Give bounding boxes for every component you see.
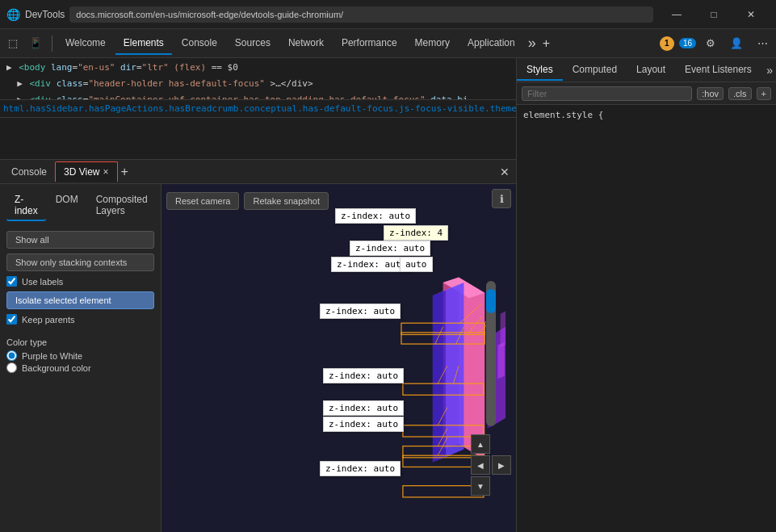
tab-event-listeners[interactable]: Event Listeners (675, 60, 761, 81)
svg-marker-4 (446, 283, 464, 457)
devtools-body: ▶ <body lang="en-us" dir="ltr" (flex) ==… (0, 58, 776, 532)
add-tab-button[interactable]: + (543, 36, 550, 51)
tab-3d-view-label: 3D View (64, 166, 99, 178)
show-all-button[interactable]: Show all (6, 231, 154, 249)
tab-memory[interactable]: Memory (407, 32, 458, 55)
color-purple-white-row: Purple to White (6, 350, 154, 361)
zoom-thumb[interactable] (486, 289, 496, 313)
url-bar[interactable]: docs.microsoft.com/en-us/microsoft-edge/… (69, 6, 653, 23)
show-only-stacking-button[interactable]: Show only stacking contexts (6, 253, 154, 271)
settings-icon[interactable]: ⚙ (701, 34, 720, 52)
3d-navigation: ▲ ◀ ▶ ▼ (471, 281, 511, 496)
cls-button[interactable]: .cls (728, 87, 752, 100)
use-labels-row: Use labels (6, 276, 154, 287)
tab-3d-view[interactable]: 3D View × (55, 161, 117, 182)
tab-layout[interactable]: Layout (627, 60, 675, 81)
z-label-9: z-index: auto (323, 417, 404, 432)
filter-input[interactable] (522, 86, 692, 101)
more-tabs-icon[interactable]: » (525, 35, 539, 52)
add-style-button[interactable]: + (757, 87, 771, 100)
right-panel-tabs: Styles Computed Layout Event Listeners » (517, 58, 776, 82)
inspect-element-icon[interactable]: ⬚ (3, 34, 23, 52)
info-badge: 16 (679, 38, 696, 48)
use-labels-label: Use labels (22, 277, 63, 287)
nav-right-button[interactable]: ▶ (492, 455, 511, 475)
styles-content: element.style { (517, 105, 776, 125)
tab-3d-view-close[interactable]: × (103, 166, 109, 178)
keep-parents-row: Keep parents (6, 314, 154, 325)
sub-tab-composited[interactable]: Composited Layers (88, 191, 156, 221)
tab-elements[interactable]: Elements (115, 32, 172, 55)
color-background-label: Background color (22, 363, 91, 373)
z-label-2: z-index: 4 (384, 225, 448, 241)
z-label-3: z-index: auto (350, 241, 430, 256)
tab-network[interactable]: Network (280, 32, 332, 55)
warning-badge: 1 (660, 36, 674, 51)
use-labels-checkbox[interactable] (6, 276, 17, 287)
isolate-selected-button[interactable]: Isolate selected element (6, 291, 154, 309)
nav-up-button[interactable]: ▲ (471, 434, 490, 454)
tab-performance[interactable]: Performance (333, 32, 405, 55)
3d-visualization (161, 184, 516, 532)
dom-line-1[interactable]: ▶ <body lang="en-us" dir="ltr" (flex) ==… (3, 60, 513, 76)
sub-tab-dom[interactable]: DOM (48, 191, 86, 221)
sub-tab-zindex[interactable]: Z-index (6, 191, 46, 221)
z-label-5: auto (400, 257, 433, 272)
z-label-1: z-index: auto (335, 208, 416, 224)
devtools-toolbar: ⬚ 📱 Welcome Elements Console Sources Net… (0, 29, 776, 58)
breadcrumb-html[interactable]: html.hasSidebar.hasPageActions.hasBreadc… (3, 103, 516, 114)
color-background-radio[interactable] (6, 362, 17, 373)
color-purple-white-label: Purple to White (22, 351, 82, 361)
right-panel: Styles Computed Layout Event Listeners »… (517, 58, 776, 532)
filter-bar: :hov .cls + (517, 82, 776, 105)
z-label-7: z-index: auto (323, 368, 404, 383)
nav-down-button[interactable]: ▼ (471, 476, 490, 496)
right-panel-more-icon[interactable]: » (763, 64, 776, 77)
breadcrumb-bar: html.hasSidebar.hasPageActions.hasBreadc… (0, 100, 516, 118)
tab-welcome[interactable]: Welcome (57, 32, 114, 55)
tab-console-bottom[interactable]: Console (3, 162, 55, 182)
tab-sources[interactable]: Sources (227, 32, 279, 55)
maximize-button[interactable]: □ (695, 0, 732, 29)
window-controls: — □ ✕ (658, 0, 770, 29)
z-label-8: z-index: auto (323, 400, 404, 416)
device-emulation-icon[interactable]: 📱 (24, 34, 47, 52)
tab-console[interactable]: Console (174, 32, 225, 55)
keep-parents-label: Keep parents (22, 315, 74, 325)
dom-line-2[interactable]: ▶ <div class="header-holder has-default-… (3, 76, 513, 92)
tab-application[interactable]: Application (459, 32, 523, 55)
close-devtools-button[interactable]: ✕ (497, 162, 513, 182)
more-options-icon[interactable]: ⋯ (753, 34, 773, 52)
tab-styles[interactable]: Styles (517, 60, 563, 81)
tab-computed[interactable]: Computed (563, 60, 627, 81)
browser-chrome: 🌐 DevTools docs.microsoft.com/en-us/micr… (0, 0, 776, 29)
close-button[interactable]: ✕ (732, 0, 770, 29)
view-3d-canvas-area: Reset camera Retake snapshot ℹ (161, 184, 516, 532)
element-style-text: element.style { (523, 110, 603, 120)
minimize-button[interactable]: — (658, 0, 695, 29)
toolbar-separator (52, 36, 52, 52)
hov-button[interactable]: :hov (697, 87, 724, 100)
nav-left-button[interactable]: ◀ (471, 455, 490, 475)
sub-tabs: Z-index DOM Composited Layers (6, 191, 154, 221)
color-type-label: Color type (6, 337, 154, 347)
z-label-6: z-index: auto (320, 304, 401, 319)
zoom-track[interactable] (486, 281, 496, 426)
dom-area: ▶ <body lang="en-us" dir="ltr" (flex) ==… (0, 58, 516, 160)
z-label-10: z-index: auto (320, 461, 401, 476)
profile-icon[interactable]: 👤 (725, 34, 748, 52)
view-3d-content: Z-index DOM Composited Layers Show all S… (0, 184, 516, 532)
devtools-title: DevTools (25, 9, 65, 20)
dom-line-3[interactable]: ▶ <div class="mainContainer uhf-containe… (3, 92, 513, 100)
add-tab-icon[interactable]: + (118, 165, 132, 179)
dom-tree: ▶ <body lang="en-us" dir="ltr" (flex) ==… (0, 58, 516, 100)
color-background-row: Background color (6, 362, 154, 373)
left-panel: ▶ <body lang="en-us" dir="ltr" (flex) ==… (0, 58, 517, 532)
view-3d-sidebar: Z-index DOM Composited Layers Show all S… (0, 184, 161, 532)
color-purple-white-radio[interactable] (6, 350, 17, 361)
bottom-tabs-bar: Console 3D View × + ✕ (0, 160, 516, 184)
browser-favicon: 🌐 (6, 8, 20, 21)
keep-parents-checkbox[interactable] (6, 314, 17, 325)
